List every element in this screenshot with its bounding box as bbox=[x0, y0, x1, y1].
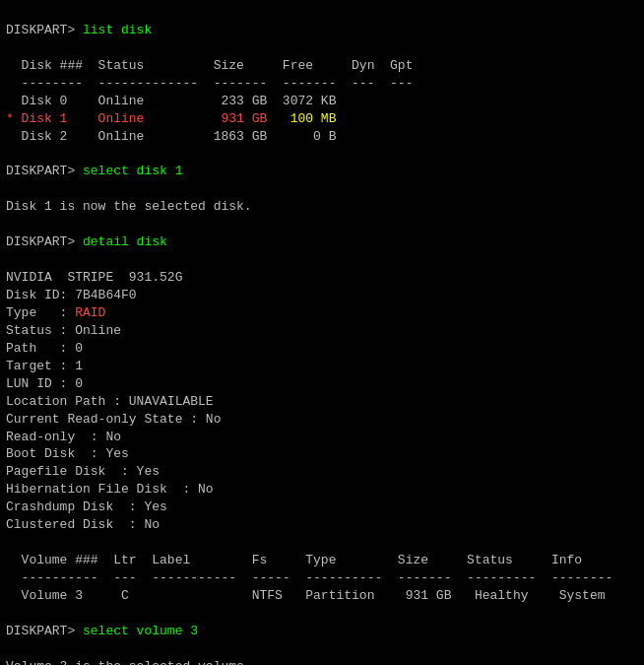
vol3-row: Volume 3 C NTFS Partition 931 GB Healthy… bbox=[6, 588, 606, 603]
cmd-3: detail disk bbox=[83, 234, 167, 249]
cmd-4: select volume 3 bbox=[83, 624, 198, 638]
disk0-row: Disk 0 Online 233 GB 3072 KB bbox=[6, 94, 336, 108]
prompt-2: DISKPART> bbox=[6, 164, 83, 178]
disk1-free: 100 MB bbox=[290, 111, 337, 126]
prompt-3: DISKPART> bbox=[6, 234, 83, 249]
disk1-end: Disk 2 Online 1863 GB 0 B bbox=[6, 129, 336, 144]
disk1-row: * Disk 1 Online 931 GB bbox=[6, 111, 290, 126]
vol-col-header: Volume ### Ltr Label Fs Type Size Status… bbox=[6, 553, 612, 585]
cmd-1: list disk bbox=[83, 23, 152, 37]
disk-status-label: Status : Online Path : 0 Target : 1 LUN … bbox=[6, 323, 221, 532]
prompt-4: DISKPART> bbox=[6, 624, 83, 638]
disk-type: RAID bbox=[75, 305, 105, 320]
cmd-2: select disk 1 bbox=[83, 164, 182, 178]
terminal-output: DISKPART> list disk Disk ### Status Size… bbox=[6, 4, 638, 665]
col-header-1: Disk ### Status Size Free Dyn Gpt ------… bbox=[6, 58, 413, 91]
select-msg: Disk 1 is now the selected disk. bbox=[6, 199, 252, 214]
prompt-1: DISKPART> bbox=[6, 23, 83, 37]
select-vol-msg: Volume 3 is the selected volume. bbox=[6, 659, 252, 665]
